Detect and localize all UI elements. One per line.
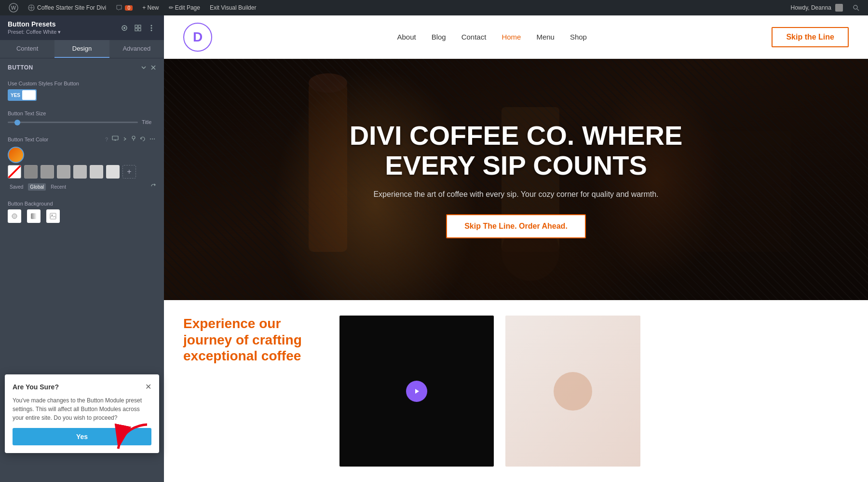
bg-row: [8, 209, 156, 223]
color-swatch-0[interactable]: [24, 165, 38, 179]
left-panel: Button Presets Preset: Coffee White ▾: [0, 15, 164, 482]
add-color-btn[interactable]: +: [122, 165, 136, 179]
color-swatch-4[interactable]: [90, 165, 103, 179]
main-layout: Button Presets Preset: Coffee White ▾: [0, 15, 868, 482]
svg-rect-16: [112, 136, 118, 140]
bg-color-icon[interactable]: [8, 209, 21, 223]
undo-icon[interactable]: [139, 135, 147, 144]
background-label: Button Background: [8, 201, 156, 207]
text-size-track[interactable]: [8, 122, 138, 123]
confirm-dialog-close-btn[interactable]: ✕: [145, 382, 151, 391]
panel-header-info: Button Presets Preset: Coffee White ▾: [8, 20, 61, 35]
svg-point-13: [151, 29, 152, 31]
preview-area: D About Blog Contact Home Menu Shop Skip…: [164, 15, 868, 482]
svg-point-3: [854, 5, 857, 9]
admin-bar-search[interactable]: [848, 0, 864, 15]
panel-more-icon[interactable]: [147, 23, 156, 33]
site-logo[interactable]: D: [183, 23, 212, 52]
text-size-label: Button Text Size: [8, 110, 156, 116]
svg-point-12: [151, 27, 152, 28]
wp-logo-item[interactable]: W: [4, 0, 23, 15]
active-color-picker[interactable]: [8, 147, 24, 163]
nav-shop[interactable]: Shop: [570, 33, 587, 41]
device-icons: [111, 135, 156, 144]
button-section-title: Button: [8, 64, 33, 71]
svg-point-11: [151, 25, 152, 26]
svg-line-4: [857, 9, 859, 11]
admin-bar-comments[interactable]: 0: [111, 0, 137, 15]
hero-section: DIVI COFFEE CO. WHERE EVERY SIP COUNTS E…: [164, 59, 868, 300]
comment-count: 0: [125, 5, 133, 11]
svg-point-30: [309, 73, 347, 93]
color-swatch-3[interactable]: [73, 165, 87, 179]
nav-contact[interactable]: Contact: [461, 33, 487, 41]
confirm-dialog-body: You've made changes to the Button Module…: [13, 396, 151, 422]
svg-rect-26: [50, 213, 56, 219]
custom-styles-toggle[interactable]: YES: [8, 89, 37, 101]
text-size-unit: Title: [142, 119, 156, 125]
transparent-swatch[interactable]: [8, 165, 21, 179]
toggle-yes-label: YES: [8, 93, 23, 98]
bg-image-icon[interactable]: [46, 209, 60, 223]
custom-styles-label: Use Custom Styles For Button: [8, 81, 156, 86]
color-refresh-icon[interactable]: [150, 182, 156, 191]
user-avatar: [835, 4, 843, 12]
nav-home[interactable]: Home: [502, 33, 521, 41]
desktop-icon[interactable]: [111, 135, 120, 144]
svg-point-22: [152, 138, 153, 139]
svg-rect-8: [138, 25, 141, 28]
text-size-thumb[interactable]: [14, 120, 20, 125]
text-color-help[interactable]: ?: [105, 137, 108, 142]
admin-bar-edit-page[interactable]: ✏ Edit Page: [164, 0, 205, 15]
hero-cta-button[interactable]: Skip The Line. Order Ahead.: [446, 214, 586, 238]
svg-rect-10: [138, 28, 141, 31]
tab-advanced[interactable]: Advanced: [109, 40, 164, 58]
color-swatch-5[interactable]: [106, 165, 120, 179]
more-options-icon[interactable]: [149, 135, 156, 144]
panel-focus-icon[interactable]: [120, 23, 129, 33]
admin-bar-new[interactable]: + New: [137, 0, 163, 15]
nav-about[interactable]: About: [397, 33, 416, 41]
header-skip-button[interactable]: Skip the Line: [772, 27, 849, 47]
tab-design[interactable]: Design: [54, 40, 109, 58]
panel-header: Button Presets Preset: Coffee White ▾: [0, 15, 164, 40]
bottom-text-section: Experience our journey of crafting excep…: [183, 316, 328, 467]
admin-bar-site-item[interactable]: Coffee Starter Site For Divi: [23, 0, 111, 15]
hero-subtitle: Experience the art of coffee with every …: [318, 190, 714, 199]
red-arrow-indicator: [113, 422, 152, 458]
nav-blog[interactable]: Blog: [432, 33, 446, 41]
site-header: D About Blog Contact Home Menu Shop Skip…: [164, 15, 868, 59]
section-close-icon: [150, 65, 156, 70]
svg-point-6: [123, 27, 125, 29]
pin-icon[interactable]: [130, 135, 137, 144]
bottom-heading: Experience our journey of crafting excep…: [183, 316, 328, 364]
panel-subtitle[interactable]: Preset: Coffee White ▾: [8, 29, 61, 35]
global-tag[interactable]: Global: [28, 183, 46, 191]
nav-menu[interactable]: Menu: [536, 33, 555, 41]
section-collapse-icon: [141, 65, 147, 70]
admin-bar-user: Howdy, Deanna: [786, 4, 848, 12]
bottom-preview: Experience our journey of crafting excep…: [164, 300, 868, 482]
text-size-slider-row: Title: [8, 119, 156, 125]
recent-tag[interactable]: Recent: [49, 183, 68, 191]
admin-bar-exit-builder[interactable]: Exit Visual Builder: [205, 0, 261, 15]
svg-text:W: W: [11, 5, 16, 11]
arrow-right-icon[interactable]: [122, 135, 128, 144]
color-swatch-2[interactable]: [57, 165, 70, 179]
admin-bar-howdy: Howdy, Deanna: [791, 4, 832, 11]
button-section-header[interactable]: Button: [0, 58, 164, 77]
svg-point-23: [154, 138, 155, 139]
saved-tag[interactable]: Saved: [8, 183, 25, 191]
wp-logo-icon: W: [9, 3, 18, 13]
text-color-label-row: Button Text Color ?: [8, 135, 156, 144]
svg-point-21: [150, 138, 151, 139]
panel-grid-icon[interactable]: [133, 23, 143, 33]
toggle-knob: [22, 90, 36, 100]
tab-content[interactable]: Content: [0, 40, 54, 58]
color-swatch-1[interactable]: [41, 165, 54, 179]
svg-rect-25: [31, 213, 37, 219]
background-field: Button Background: [0, 197, 164, 229]
play-button[interactable]: [406, 381, 427, 402]
bg-gradient-icon[interactable]: [27, 209, 41, 223]
text-color-label: Button Text Color: [8, 137, 48, 142]
